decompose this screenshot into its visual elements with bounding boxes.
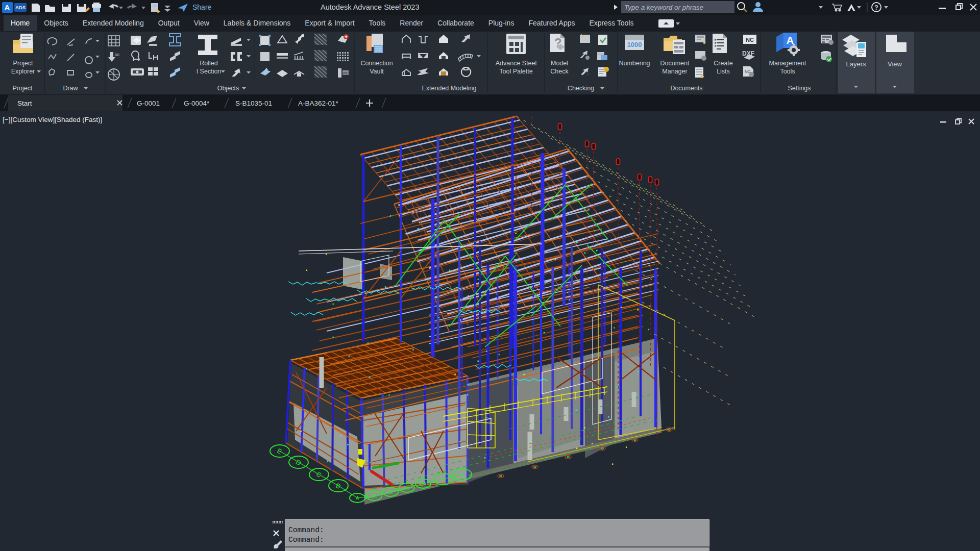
svg-text:Vault: Vault — [370, 68, 384, 75]
svg-text:Document: Document — [660, 60, 690, 67]
svg-text:Management: Management — [769, 60, 806, 67]
svg-text:?: ? — [874, 4, 878, 11]
svg-text:00: 00 — [115, 53, 119, 57]
svg-text:G-0004*: G-0004* — [184, 99, 210, 107]
svg-text:Numbering: Numbering — [619, 60, 650, 67]
svg-text:NC: NC — [746, 37, 754, 43]
svg-text:ADS: ADS — [15, 5, 26, 10]
svg-text:Project: Project — [13, 60, 33, 67]
svg-text:Checking: Checking — [568, 85, 594, 92]
svg-text:Type a keyword or phrase: Type a keyword or phrase — [624, 4, 703, 11]
svg-text:Manager: Manager — [662, 68, 687, 75]
svg-text:Lists: Lists — [717, 68, 730, 75]
svg-text:Objects: Objects — [217, 85, 239, 92]
svg-text:Settings: Settings — [788, 85, 811, 92]
svg-text:A: A — [5, 3, 10, 12]
svg-text:!: ! — [606, 68, 607, 72]
svg-text:S-B1035-01: S-B1035-01 — [235, 99, 272, 107]
svg-text:Documents: Documents — [670, 85, 702, 92]
svg-text:Extended Modeling: Extended Modeling — [422, 85, 476, 92]
svg-text:WD: WD — [342, 71, 349, 75]
svg-text:Draw: Draw — [63, 85, 78, 92]
svg-text:View: View — [888, 60, 902, 68]
svg-text:Check: Check — [550, 68, 569, 75]
svg-text:Project: Project — [13, 85, 33, 92]
svg-text:1000: 1000 — [627, 41, 642, 48]
svg-text:Start: Start — [17, 99, 32, 107]
svg-text:Tools: Tools — [780, 68, 795, 75]
svg-text:Tool Palette: Tool Palette — [499, 68, 532, 75]
svg-text:Explorer: Explorer — [11, 68, 35, 75]
svg-text:Connection: Connection — [360, 60, 393, 67]
svg-text:I Section: I Section — [197, 68, 222, 75]
svg-text:A-BA362-01*: A-BA362-01* — [298, 99, 339, 107]
svg-text:Layers: Layers — [846, 60, 866, 68]
svg-text:Advance Steel: Advance Steel — [496, 60, 537, 67]
svg-text:G-0001: G-0001 — [137, 99, 160, 107]
svg-text:Rolled: Rolled — [200, 60, 217, 67]
svg-text:Create: Create — [714, 60, 733, 67]
svg-text:Model: Model — [551, 60, 568, 67]
